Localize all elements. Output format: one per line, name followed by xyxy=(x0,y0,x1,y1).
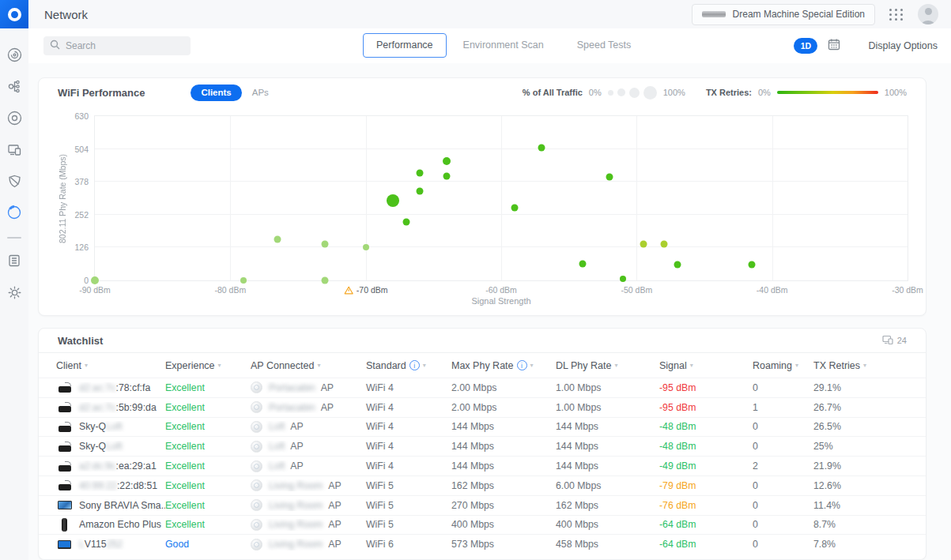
column-header-experience[interactable]: Experience▾ xyxy=(165,360,251,371)
dl-phy-rate-value: 144 Mbps xyxy=(556,421,659,432)
chart-plot-area: 0126252378504630-90 dBm-80 dBm-70 dBm-60… xyxy=(94,115,908,281)
user-avatar[interactable] xyxy=(918,4,938,24)
tx-retries-value: 21.9% xyxy=(813,460,926,472)
laptop-device-icon xyxy=(58,540,71,549)
watchlist-row[interactable]: d2:ac:7c:78:cf:faExcellentPortacabin APW… xyxy=(39,378,926,397)
sidebar-item-unifi-devices[interactable] xyxy=(0,103,28,135)
search-box[interactable] xyxy=(43,36,191,55)
sidebar-divider xyxy=(7,237,21,239)
standard-value: WiFi 4 xyxy=(366,382,451,393)
toggle-clients[interactable]: Clients xyxy=(191,85,241,101)
x-tick-label: -50 dBm xyxy=(621,285,652,295)
unifi-logo[interactable] xyxy=(0,0,28,28)
roaming-value: 2 xyxy=(753,460,813,472)
tx-retries-value: 29.1% xyxy=(813,382,926,393)
toggle-aps[interactable]: APs xyxy=(242,88,279,97)
stb-device-icon xyxy=(58,426,71,432)
stb-device-icon xyxy=(58,406,71,412)
watchlist-header-row: Client▾Experience▾AP Connected▾Standardi… xyxy=(39,353,926,378)
experience-value: Good xyxy=(165,539,251,550)
display-options-button[interactable]: Display Options xyxy=(851,39,938,53)
sidebar-item-security[interactable] xyxy=(0,167,28,198)
ap-name-suffix: AP xyxy=(288,421,304,432)
sidebar-item-wifi[interactable] xyxy=(0,198,28,230)
sidebar-item-dashboard[interactable] xyxy=(0,40,28,72)
signal-value: -95 dBm xyxy=(659,402,753,413)
column-header-roaming[interactable]: Roaming▾ xyxy=(753,360,813,371)
tab-speed-tests[interactable]: Speed Tests xyxy=(560,39,648,51)
chart-legend: % of All Traffic 0% 100% TX Retries: 0% … xyxy=(523,86,907,100)
client-device-icon xyxy=(56,422,73,432)
access-point-icon xyxy=(251,499,262,511)
watchlist-row[interactable]: LV115252GoodLiving Room APWiFi 6573 Mbps… xyxy=(39,534,926,554)
standard-value: WiFi 4 xyxy=(366,441,451,452)
roaming-value: 0 xyxy=(753,421,813,432)
scatter-point xyxy=(579,260,586,267)
sidebar-item-settings[interactable] xyxy=(0,278,28,310)
search-input[interactable] xyxy=(66,40,184,51)
tx-retries-value: 26.5% xyxy=(813,421,926,432)
signal-value: -95 dBm xyxy=(659,382,753,393)
x-tick-label: -60 dBm xyxy=(485,285,517,295)
access-point-icon xyxy=(251,421,262,433)
roaming-value: 0 xyxy=(753,519,813,530)
console-selector-button[interactable]: Dream Machine Special Edition xyxy=(692,4,875,25)
watchlist-row[interactable]: Sony BRAVIA Sma...ExcellentLiving Room A… xyxy=(39,495,926,515)
x-tick-label: -70 dBm xyxy=(344,285,388,295)
column-header-dl-phy-rate[interactable]: DL Phy Rate▾ xyxy=(556,360,659,371)
x-tick-label: -40 dBm xyxy=(757,285,788,295)
calendar-icon xyxy=(828,38,840,54)
ap-connected-cell: Portacabin AP xyxy=(251,381,366,393)
tx-retries-gradient-bar xyxy=(777,91,878,94)
ap-name-blurred: Portacabin xyxy=(269,382,318,393)
v-gridline xyxy=(366,116,367,280)
column-header-signal[interactable]: Signal▾ xyxy=(659,360,753,371)
column-header-ap-connected[interactable]: AP Connected▾ xyxy=(251,360,366,371)
x-tick-label: -80 dBm xyxy=(214,285,246,295)
scatter-point xyxy=(748,261,755,268)
sort-caret-icon: ▾ xyxy=(614,362,617,369)
column-header-tx-retries[interactable]: TX Retries▾ xyxy=(813,360,926,371)
app-switcher-icon[interactable] xyxy=(889,9,904,21)
access-point-icon xyxy=(251,519,262,531)
gear-icon xyxy=(7,285,22,303)
time-range-button[interactable]: 1D xyxy=(794,38,817,54)
sidebar-item-topology[interactable] xyxy=(0,72,28,103)
column-header-standard[interactable]: Standardi▾ xyxy=(366,360,451,371)
sidebar-item-system-log[interactable] xyxy=(0,246,28,278)
display-options-label: Display Options xyxy=(868,40,938,51)
client-name: Sky-Q xyxy=(79,421,106,432)
client-cell: a2:dc:9c:ea:29:a1 xyxy=(56,460,165,472)
scatter-point xyxy=(417,188,424,195)
signal-value: -48 dBm xyxy=(659,421,753,432)
y-tick-label: 0 xyxy=(84,276,89,285)
info-icon[interactable]: i xyxy=(409,360,420,370)
ap-name-blurred: Loft xyxy=(269,421,288,432)
v-gridline xyxy=(230,116,231,280)
column-header-max-phy-rate[interactable]: Max Phy Ratei▾ xyxy=(451,360,556,371)
standard-value: WiFi 4 xyxy=(366,402,451,413)
calendar-button[interactable] xyxy=(828,38,840,54)
watchlist-row[interactable]: d2:ac:7c:5b:99:daExcellentPortacabin APW… xyxy=(39,397,926,417)
tab-environment-scan[interactable]: Environment Scan xyxy=(447,39,560,51)
tab-performance[interactable]: Performance xyxy=(363,33,447,58)
watchlist-row[interactable]: a2:dc:9c:ea:29:a1ExcellentLoft APWiFi 41… xyxy=(39,456,926,475)
watchlist-row[interactable]: Amazon Echo PlusExcellentLiving Room APW… xyxy=(39,515,926,535)
info-icon[interactable]: i xyxy=(517,360,527,370)
max-phy-rate-value: 573 Mbps xyxy=(451,539,556,550)
client-device-icon xyxy=(56,382,73,393)
client-name-blurred: Loft xyxy=(106,421,123,432)
client-name: :78:cf:fa xyxy=(116,382,151,393)
client-device-icon xyxy=(56,501,73,509)
ap-name-suffix: AP xyxy=(288,441,304,452)
column-header-client[interactable]: Client▾ xyxy=(56,360,165,371)
topology-icon xyxy=(7,79,22,97)
watchlist-row[interactable]: Sky-Q LoftExcellentLoft APWiFi 4144 Mbps… xyxy=(39,436,926,456)
watchlist-row[interactable]: 40:99:22:22:d8:51ExcellentLiving Room AP… xyxy=(39,475,926,495)
tx-retries-value: 12.6% xyxy=(813,480,926,491)
max-phy-rate-value: 144 Mbps xyxy=(451,441,556,452)
sidebar-item-clients[interactable] xyxy=(0,135,28,167)
scatter-point xyxy=(511,204,519,211)
client-cell: 40:99:22:22:d8:51 xyxy=(56,480,165,491)
watchlist-row[interactable]: Sky-Q LoftExcellentLoft APWiFi 4144 Mbps… xyxy=(39,417,926,437)
